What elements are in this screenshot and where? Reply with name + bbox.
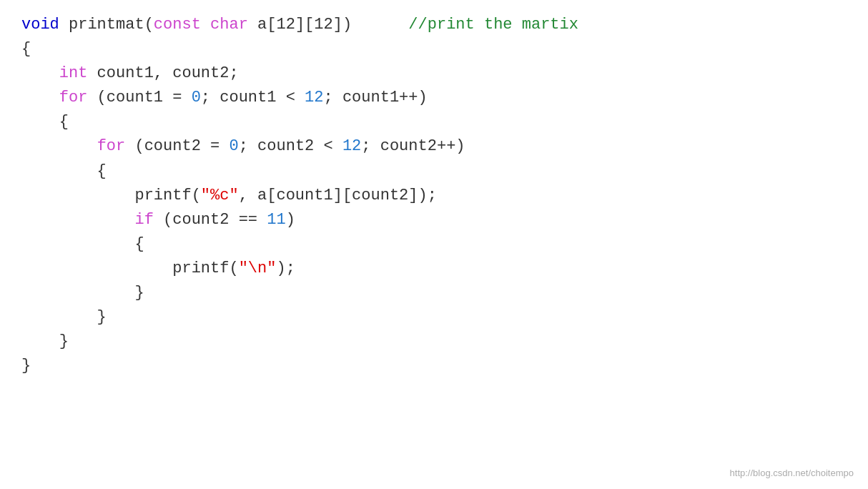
code-line-line10: {: [21, 232, 847, 257]
code-token: (count2 ==: [154, 211, 267, 229]
code-token: for: [59, 89, 88, 107]
code-token: [21, 89, 59, 107]
code-token: void: [21, 16, 69, 34]
code-token: printf(: [21, 187, 201, 204]
code-line-line9: if (count2 == 11): [21, 208, 847, 232]
code-token: ; count1++): [324, 89, 428, 107]
code-line-line2: {: [21, 37, 847, 61]
code-token: {: [21, 162, 107, 180]
code-token: if: [134, 211, 153, 229]
code-line-line1: void printmat(const char a[12][12]) //pr…: [21, 13, 847, 37]
code-line-line15: }: [21, 354, 847, 378]
code-token: );: [276, 260, 295, 277]
code-line-line14: }: [21, 330, 847, 354]
code-token: 0: [229, 137, 238, 155]
code-line-line3: int count1, count2;: [21, 61, 847, 86]
code-line-line4: for (count1 = 0; count1 < 12; count1++): [21, 86, 847, 110]
code-token: , a[count1][count2]);: [239, 187, 437, 204]
code-line-line11: printf("\n");: [21, 257, 847, 281]
code-token: ; count2++): [361, 137, 465, 155]
code-line-line8: printf("%c", a[count1][count2]);: [21, 184, 847, 208]
code-line-line12: }: [21, 281, 847, 305]
code-token: for: [97, 137, 126, 155]
code-token: a[12][12]): [248, 16, 352, 34]
code-token: {: [21, 235, 144, 253]
code-token: [21, 211, 134, 229]
code-token: {: [21, 113, 69, 131]
code-token: 12: [342, 137, 361, 155]
code-token: [21, 137, 97, 155]
code-token: }: [21, 357, 31, 375]
code-line-line6: for (count2 = 0; count2 < 12; count2++): [21, 134, 847, 159]
code-token: }: [21, 308, 107, 326]
code-line-line13: }: [21, 305, 847, 330]
code-token: ): [286, 211, 295, 229]
code-token: printmat: [69, 16, 144, 34]
code-token: 12: [305, 89, 323, 107]
code-token: }: [21, 284, 144, 302]
code-token: //print the martix: [352, 16, 578, 34]
code-token: }: [21, 332, 69, 350]
code-token: [21, 64, 59, 82]
code-token: ; count1 <: [201, 89, 305, 107]
code-token: int: [59, 64, 88, 82]
code-line-line7: {: [21, 159, 847, 184]
code-token: (count1 =: [87, 89, 191, 107]
code-line-line5: {: [21, 110, 847, 134]
code-token: count1, count2;: [87, 64, 238, 82]
watermark: http://blog.csdn.net/choitempo: [730, 466, 854, 480]
code-block: void printmat(const char a[12][12]) //pr…: [0, 0, 868, 489]
code-token: printf(: [21, 260, 239, 277]
code-lines: void printmat(const char a[12][12]) //pr…: [21, 13, 847, 378]
code-token: 11: [267, 211, 285, 229]
code-token: const char: [154, 16, 248, 34]
code-token: (count2 =: [125, 137, 229, 155]
code-token: ; count2 <: [239, 137, 342, 155]
code-token: "%c": [201, 187, 239, 204]
code-token: (: [144, 16, 154, 34]
code-token: 0: [192, 89, 201, 107]
code-token: {: [21, 40, 31, 58]
code-token: "\n": [239, 260, 277, 277]
